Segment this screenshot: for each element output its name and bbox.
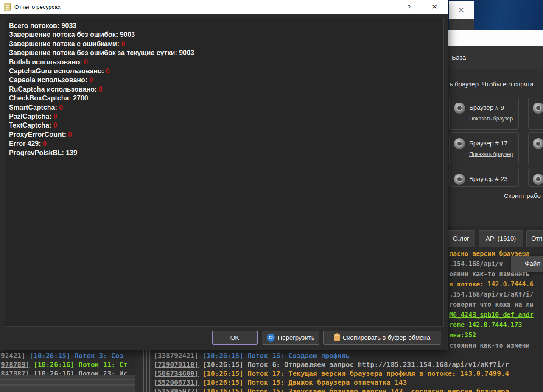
log-id-link[interactable]: 978789] xyxy=(1,361,29,369)
log-id-link[interactable]: [506734600] xyxy=(154,370,199,378)
log-line: [515895972] [10:26:15] Поток 15: Запуска… xyxy=(154,387,543,392)
log-id-link[interactable]: 92421] xyxy=(1,352,25,360)
left-log-pane[interactable]: 92421] [10:26:15] Поток 3: Соз 978789] [… xyxy=(0,350,135,392)
log-line: говорит что кожа на ли xyxy=(449,300,543,310)
browser-card-label: Браузер # 17 xyxy=(469,139,508,147)
browser-card-clipped: Б xyxy=(528,168,543,187)
stat-line: CaptchaGuru использовано: 0 xyxy=(9,67,439,75)
copy-to-clipboard-button[interactable]: Скопировать в буфер обмена xyxy=(323,331,441,345)
close-button[interactable]: ✕ xyxy=(423,0,445,14)
report-note-icon xyxy=(4,3,11,11)
horizontal-scrollbar[interactable] xyxy=(0,375,135,392)
stat-line: RuCaptcha использовано: 0 xyxy=(9,85,439,94)
tab-api[interactable]: API (1610) xyxy=(479,230,523,247)
show-browser-link[interactable]: Показать браузер xyxy=(469,151,513,157)
background-close-button[interactable]: ✕ xyxy=(449,1,474,19)
refresh-circle-icon xyxy=(267,334,275,342)
clipboard-icon xyxy=(334,334,340,341)
log-line: ина:352 xyxy=(449,330,543,340)
browser-card-23: Браузер # 23 xyxy=(449,168,519,187)
chrome-browser-icon xyxy=(533,103,543,114)
report-content: Всего потоков: 9033 Завершение потока бе… xyxy=(5,18,444,327)
tab-otp[interactable]: Отп xyxy=(526,230,543,247)
browser-card-label: Браузер # 23 xyxy=(469,175,508,182)
background-app-panel: ✕ База ь браузер. Чтобы его спрята Брауз… xyxy=(448,0,543,392)
splitter-grip xyxy=(149,350,150,392)
browser-card-clipped: Б П xyxy=(528,132,543,165)
resource-report-dialog: Отчет о ресурсах ? ✕ Всего потоков: 9033… xyxy=(0,0,448,350)
log-line: 978789] [10:26:16] Поток 11: Ст xyxy=(1,360,135,369)
stat-line: ProgrevPoiskBL: 139 xyxy=(9,148,439,157)
stat-line: SmartCaptcha: 0 xyxy=(9,103,439,112)
stat-line: Завершение потока без ошибок: 9003 xyxy=(9,30,439,39)
stat-line: Завершение потока с ошибками: 0 xyxy=(9,39,439,48)
help-button[interactable]: ? xyxy=(399,0,419,14)
browser-card-9: Браузер # 9 Показать браузер xyxy=(449,97,519,130)
log-line: rome 142.0.7444.173 xyxy=(449,320,543,330)
splitter-grip xyxy=(143,350,144,392)
browser-card-clipped: Б П xyxy=(528,97,543,130)
stat-line: PazlCaptcha: 0 xyxy=(9,112,439,121)
scrollbar-groove xyxy=(0,379,135,380)
hint-text: ь браузер. Чтобы его спрята xyxy=(450,81,543,88)
chrome-browser-icon xyxy=(454,138,465,149)
log-line: [506734600] [10:26:15] Поток 17: Текущая… xyxy=(154,369,543,378)
tab-baza[interactable]: База xyxy=(448,46,543,69)
splitter-grip xyxy=(146,350,147,392)
ok-button[interactable]: OK xyxy=(212,331,258,345)
scrollbar-groove xyxy=(0,384,135,386)
show-browser-link[interactable]: Показать браузер xyxy=(469,116,513,122)
pane-splitter[interactable] xyxy=(135,350,152,392)
browser-card-label: Браузер # 9 xyxy=(469,104,504,111)
chrome-browser-icon xyxy=(454,174,465,185)
log-line: в потоке: 142.0.7444.6 xyxy=(449,279,543,289)
log-line: [552006731] [10:26:15] Поток 15: Движок … xyxy=(154,378,543,387)
chrome-browser-icon xyxy=(533,138,543,149)
tab-g-log[interactable]: -G.лог xyxy=(448,230,475,247)
log-id-link[interactable]: [515895972] xyxy=(154,387,199,392)
stat-line: CheckBoxCaptcha: 2700 xyxy=(9,94,439,103)
log-id-link[interactable]: [719070110] xyxy=(154,361,199,369)
stat-line: ProxyErrorCount: 0 xyxy=(9,130,439,139)
log-line: М6_4243_spb10_def_andr xyxy=(449,310,543,320)
background-titlebar xyxy=(448,30,543,46)
log-line: [719070110] [10:26:15] Поток 6: Отправля… xyxy=(154,360,543,369)
log-line: стоянии как-то измени xyxy=(449,340,543,350)
dialog-titlebar: Отчет о ресурсах ? ✕ xyxy=(0,0,448,14)
stat-line: Завершение потока без ошибок за текущие … xyxy=(9,48,439,57)
chrome-browser-icon xyxy=(533,174,543,185)
file-button[interactable]: Файл xyxy=(511,256,543,272)
screen: ✕ База ь браузер. Чтобы его спрята Брауз… xyxy=(0,0,543,392)
close-icon: ✕ xyxy=(458,5,465,15)
reload-button[interactable]: Перегрузить xyxy=(262,331,319,345)
log-line: [338792421] [10:26:15] Поток 15: Создаем… xyxy=(154,351,543,360)
browser-card-17: Браузер # 17 Показать браузер xyxy=(449,132,519,165)
log-tab-bar: -G.лог API (1610) Отп xyxy=(448,226,543,247)
main-log-pane[interactable]: [338792421] [10:26:15] Поток 15: Создаем… xyxy=(152,350,543,392)
script-status-text: Скрипт рабо xyxy=(504,192,541,199)
window-corner xyxy=(449,19,474,30)
log-line: 92421] [10:26:15] Поток 3: Соз xyxy=(1,351,135,360)
log-id-link[interactable]: [552006731] xyxy=(154,378,199,386)
log-id-link[interactable]: [338792421] xyxy=(154,352,199,360)
log-line: .154.168/api/v1/aKf7i/ xyxy=(449,289,543,300)
dialog-title: Отчет о ресурсах xyxy=(14,4,61,10)
stat-line: Botlab использовано: 0 xyxy=(9,58,439,67)
stat-line: Error 429: 0 xyxy=(9,139,439,148)
stat-line: Capsola использовано: 0 xyxy=(9,75,439,84)
stat-line: TextCaptcha: 0 xyxy=(9,121,439,130)
chrome-browser-icon xyxy=(454,103,465,114)
stat-line: Всего потоков: 9033 xyxy=(9,21,439,30)
